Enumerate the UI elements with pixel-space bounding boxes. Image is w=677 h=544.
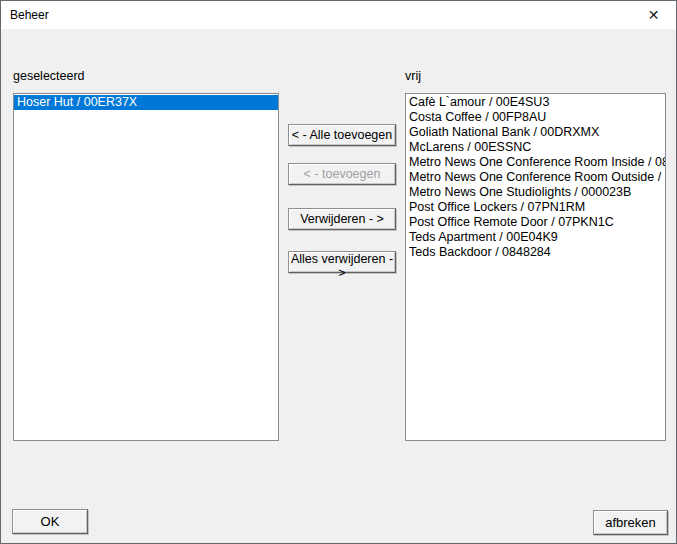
list-item[interactable]: Costa Coffee / 00FP8AU <box>406 110 665 125</box>
list-item[interactable]: Cafè L`amour / 00E4SU3 <box>406 95 665 110</box>
list-item-selected[interactable]: Hoser Hut / 00ER37X <box>14 95 278 110</box>
list-item[interactable]: Post Office Remote Door / 07PKN1C <box>406 215 665 230</box>
cancel-button[interactable]: afbreken <box>593 510 668 535</box>
window-title: Beheer <box>1 8 49 22</box>
list-item[interactable]: Teds Apartment / 00E04K9 <box>406 230 665 245</box>
close-button[interactable]: ✕ <box>631 1 676 29</box>
selected-listbox[interactable]: Hoser Hut / 00ER37X <box>13 93 279 441</box>
list-item[interactable]: Metro News One Studiolights / 000023B <box>406 185 665 200</box>
list-item[interactable]: McLarens / 00ESSNC <box>406 140 665 155</box>
list-item[interactable]: Metro News One Conference Room Inside / … <box>406 155 665 170</box>
add-all-button[interactable]: < - Alle toevoegen <box>288 124 396 146</box>
ok-button[interactable]: OK <box>12 509 88 534</box>
list-item[interactable]: Goliath National Bank / 00DRXMX <box>406 125 665 140</box>
titlebar: Beheer ✕ <box>1 1 676 29</box>
beheer-dialog: Beheer ✕ geselecteerd vrij Hoser Hut / 0… <box>0 0 677 544</box>
list-item[interactable]: Post Office Lockers / 07PN1RM <box>406 200 665 215</box>
selected-list-label: geselecteerd <box>13 69 85 83</box>
add-button[interactable]: < - toevoegen <box>288 163 396 185</box>
remove-all-button[interactable]: Alles verwijderen - > <box>288 251 396 273</box>
free-list-label: vrij <box>405 69 421 83</box>
list-item[interactable]: Metro News One Conference Room Outside /… <box>406 170 665 185</box>
free-listbox[interactable]: Cafè L`amour / 00E4SU3 Costa Coffee / 00… <box>405 93 666 441</box>
remove-button[interactable]: Verwijderen - > <box>288 208 396 230</box>
list-item[interactable]: Teds Backdoor / 0848284 <box>406 245 665 260</box>
close-icon: ✕ <box>648 8 660 22</box>
